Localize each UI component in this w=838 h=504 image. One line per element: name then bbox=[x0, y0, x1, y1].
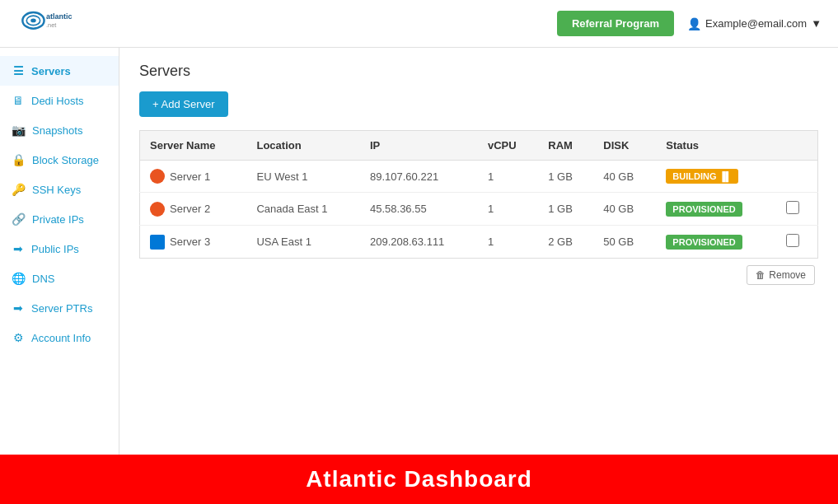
account-info-icon: ⚙ bbox=[12, 331, 25, 344]
sidebar-label-account-info: Account Info bbox=[31, 332, 91, 344]
cell-status-1: BUILDING ▐▌ bbox=[656, 161, 775, 193]
referral-button[interactable]: Referral Program bbox=[557, 11, 674, 36]
cell-vcpu-1: 1 bbox=[478, 161, 538, 193]
cell-vcpu-3: 1 bbox=[478, 226, 538, 259]
chevron-down-icon: ▼ bbox=[811, 17, 822, 30]
cell-disk-3: 50 GB bbox=[593, 226, 656, 259]
sidebar-label-dedi-hosts: Dedi Hosts bbox=[31, 95, 84, 107]
sidebar-label-block-storage: Block Storage bbox=[32, 154, 99, 166]
user-email: Example@email.com bbox=[705, 17, 807, 30]
servers-icon: ☰ bbox=[12, 64, 25, 77]
sidebar-item-servers[interactable]: ☰ Servers bbox=[0, 56, 119, 86]
status-badge-1: BUILDING ▐▌ bbox=[666, 169, 738, 184]
table-row: Server 2 Canada East 1 45.58.36.55 1 1 G… bbox=[140, 193, 818, 226]
cell-ip-3: 209.208.63.111 bbox=[360, 226, 478, 259]
sidebar-label-private-ips: Private IPs bbox=[32, 213, 84, 226]
sidebar-label-servers: Servers bbox=[31, 65, 71, 77]
sidebar-label-snapshots: Snapshots bbox=[32, 124, 82, 137]
sidebar-item-ssh-keys[interactable]: 🔑 SSH Keys bbox=[0, 175, 119, 204]
svg-point-2 bbox=[30, 18, 36, 22]
sidebar-label-server-ptrs: Server PTRs bbox=[31, 302, 92, 315]
row-checkbox-2[interactable] bbox=[786, 201, 799, 214]
sidebar-item-server-ptrs[interactable]: ➡ Server PTRs bbox=[0, 293, 119, 323]
add-server-button[interactable]: + Add Server bbox=[139, 91, 228, 117]
sidebar-item-dns[interactable]: 🌐 DNS bbox=[0, 264, 119, 293]
ssh-keys-icon: 🔑 bbox=[12, 183, 26, 196]
col-ram: RAM bbox=[538, 131, 593, 161]
cell-checkbox-2[interactable] bbox=[776, 193, 818, 226]
sidebar-item-block-storage[interactable]: 🔒 Block Storage bbox=[0, 145, 119, 175]
dns-icon: 🌐 bbox=[12, 272, 26, 285]
page-title: Servers bbox=[139, 63, 818, 80]
cell-disk-1: 40 GB bbox=[593, 161, 656, 193]
col-server-name: Server Name bbox=[140, 131, 247, 161]
windows-icon bbox=[150, 235, 165, 250]
public-ips-icon: ➡ bbox=[12, 242, 25, 255]
remove-row: 🗑 Remove bbox=[139, 259, 818, 292]
servers-table: Server Name Location IP vCPU RAM DISK St… bbox=[139, 130, 818, 259]
logo: atlantic .net bbox=[16, 7, 91, 41]
svg-text:atlantic: atlantic bbox=[46, 12, 73, 21]
cell-checkbox-3[interactable] bbox=[776, 226, 818, 259]
cell-ip-2: 45.58.36.55 bbox=[360, 193, 478, 226]
cell-server-name-2: Server 2 bbox=[140, 193, 247, 226]
block-storage-icon: 🔒 bbox=[12, 153, 26, 166]
dedi-hosts-icon: 🖥 bbox=[12, 94, 25, 107]
user-menu[interactable]: 👤 Example@email.com ▼ bbox=[687, 17, 822, 30]
cell-location-2: Canada East 1 bbox=[246, 193, 360, 226]
snapshots-icon: 📷 bbox=[12, 124, 26, 137]
footer-text: Atlantic Dashboard bbox=[306, 466, 532, 492]
ubuntu-icon bbox=[150, 169, 165, 184]
col-vcpu: vCPU bbox=[478, 131, 538, 161]
svg-text:.net: .net bbox=[46, 21, 56, 29]
sidebar-item-public-ips[interactable]: ➡ Public IPs bbox=[0, 234, 119, 264]
remove-icon: 🗑 bbox=[756, 269, 765, 281]
cell-vcpu-2: 1 bbox=[478, 193, 538, 226]
sidebar-label-dns: DNS bbox=[32, 273, 54, 285]
cell-checkbox-1 bbox=[776, 161, 818, 193]
user-icon: 👤 bbox=[687, 17, 701, 30]
cell-server-name-1: Server 1 bbox=[140, 161, 247, 193]
sidebar-item-snapshots[interactable]: 📷 Snapshots bbox=[0, 115, 119, 145]
cell-ram-3: 2 GB bbox=[538, 226, 593, 259]
cell-ram-1: 1 GB bbox=[538, 161, 593, 193]
sidebar-item-private-ips[interactable]: 🔗 Private IPs bbox=[0, 204, 119, 234]
col-ip: IP bbox=[360, 131, 478, 161]
col-disk: DISK bbox=[593, 131, 656, 161]
row-checkbox-3[interactable] bbox=[786, 234, 799, 247]
header-right: Referral Program 👤 Example@email.com ▼ bbox=[557, 11, 822, 36]
cell-ram-2: 1 GB bbox=[538, 193, 593, 226]
cell-status-2: PROVISIONED bbox=[656, 193, 775, 226]
sidebar-item-account-info[interactable]: ⚙ Account Info bbox=[0, 323, 119, 352]
cell-location-1: EU West 1 bbox=[246, 161, 360, 193]
col-location: Location bbox=[246, 131, 360, 161]
table-row: Server 1 EU West 1 89.107.60.221 1 1 GB … bbox=[140, 161, 818, 193]
sidebar: ☰ Servers 🖥 Dedi Hosts 📷 Snapshots 🔒 Blo… bbox=[0, 48, 119, 455]
sidebar-label-ssh-keys: SSH Keys bbox=[32, 184, 81, 196]
col-select bbox=[776, 131, 818, 161]
table-header-row: Server Name Location IP vCPU RAM DISK St… bbox=[140, 131, 818, 161]
header: atlantic .net Referral Program 👤 Example… bbox=[0, 0, 838, 48]
remove-button[interactable]: 🗑 Remove bbox=[747, 265, 815, 285]
layout: ☰ Servers 🖥 Dedi Hosts 📷 Snapshots 🔒 Blo… bbox=[0, 48, 838, 455]
ubuntu-icon bbox=[150, 202, 165, 217]
footer-banner: Atlantic Dashboard bbox=[0, 455, 838, 504]
status-badge-3: PROVISIONED bbox=[666, 235, 742, 250]
cell-status-3: PROVISIONED bbox=[656, 226, 775, 259]
cell-location-3: USA East 1 bbox=[246, 226, 360, 259]
main-content: Servers + Add Server Server Name Locatio… bbox=[119, 48, 838, 455]
table-row: Server 3 USA East 1 209.208.63.111 1 2 G… bbox=[140, 226, 818, 259]
sidebar-label-public-ips: Public IPs bbox=[31, 243, 79, 255]
sidebar-item-dedi-hosts[interactable]: 🖥 Dedi Hosts bbox=[0, 86, 119, 115]
cell-disk-2: 40 GB bbox=[593, 193, 656, 226]
status-badge-2: PROVISIONED bbox=[666, 202, 742, 217]
col-status: Status bbox=[656, 131, 775, 161]
server-ptrs-icon: ➡ bbox=[12, 301, 25, 315]
private-ips-icon: 🔗 bbox=[12, 212, 26, 226]
cell-server-name-3: Server 3 bbox=[140, 226, 247, 259]
cell-ip-1: 89.107.60.221 bbox=[360, 161, 478, 193]
